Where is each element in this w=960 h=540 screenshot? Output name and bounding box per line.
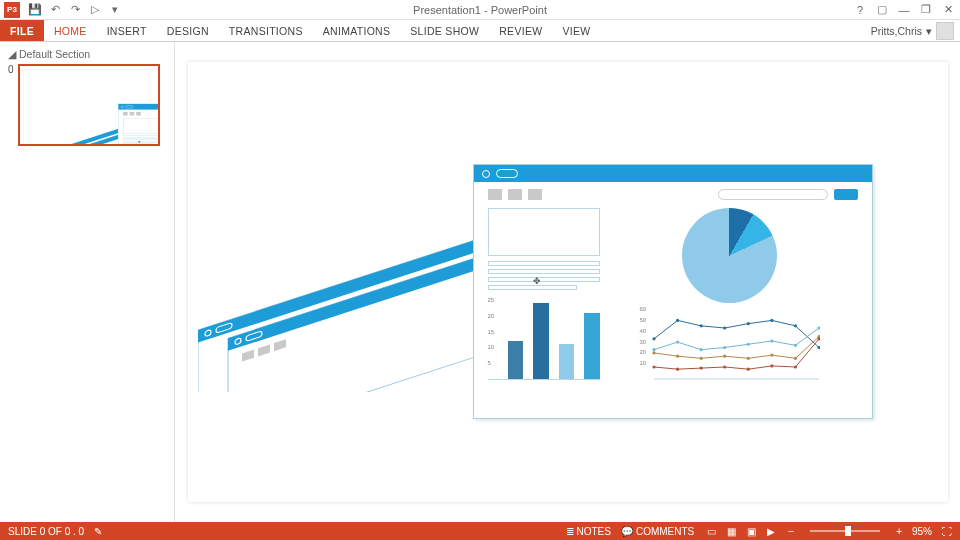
window-dot-icon — [121, 105, 124, 108]
comments-button[interactable]: 💬 COMMENTS — [621, 526, 694, 537]
zoom-in-button[interactable]: + — [896, 526, 902, 537]
avatar — [936, 22, 954, 40]
window-controls: ? ▢ — ❐ ✕ — [854, 4, 960, 16]
title-bar: P3 💾 ↶ ↷ ▷ ▾ Presentation1 - PowerPoint … — [0, 0, 960, 20]
slide-counter: SLIDE 0 OF 0 . 0 — [8, 526, 84, 537]
section-caret-icon: ◢ — [8, 48, 16, 60]
window-dot-icon — [482, 170, 490, 178]
section-label: Default Section — [19, 48, 90, 60]
redo-icon[interactable]: ↷ — [68, 3, 82, 17]
tab-view[interactable]: VIEW — [552, 20, 600, 41]
widget-box — [123, 118, 160, 134]
dash-body: 252015105 102030405060 — [474, 206, 872, 390]
tab-animations[interactable]: ANIMATIONS — [313, 20, 401, 41]
dash-left-column: 252015105 — [123, 118, 160, 146]
pie-chart — [682, 208, 777, 303]
dash-right-column: 102030405060 — [640, 208, 820, 380]
close-icon[interactable]: ✕ — [942, 4, 954, 16]
minimize-icon[interactable]: — — [898, 4, 910, 16]
user-caret-icon: ▾ — [926, 25, 932, 37]
window-pill-icon — [125, 105, 132, 108]
tool-button — [136, 112, 141, 116]
search-field — [718, 189, 828, 200]
tool-button — [129, 112, 134, 116]
tab-file[interactable]: FILE — [0, 20, 44, 41]
slide-thumbnail[interactable]: 252015105 102030405060 ✥ — [18, 64, 160, 146]
dash-left-column: 252015105 — [488, 208, 600, 380]
text-line — [488, 269, 600, 274]
slide-thumbnails-panel: ◢ Default Section 0 — [0, 42, 175, 522]
normal-view-icon[interactable]: ▭ — [704, 525, 718, 537]
zoom-percent[interactable]: 95% — [912, 526, 932, 537]
tab-insert[interactable]: INSERT — [97, 20, 157, 41]
slide[interactable]: 252015105 102030405060 ✥ — [188, 62, 948, 502]
tab-design[interactable]: DESIGN — [157, 20, 219, 41]
window-pill-icon — [496, 169, 518, 178]
ribbon-options-icon[interactable]: ▢ — [876, 4, 888, 16]
help-icon[interactable]: ? — [854, 4, 866, 16]
text-line — [123, 138, 160, 140]
bar-chart: 252015105 — [488, 300, 600, 380]
dash-tool-left — [123, 112, 141, 116]
tab-review[interactable]: REVIEW — [489, 20, 552, 41]
dash-tool-left — [488, 189, 542, 200]
slide-number: 0 — [8, 64, 14, 75]
notes-icon: ≣ — [566, 526, 574, 537]
tab-home[interactable]: HOME — [44, 20, 97, 41]
comments-icon: 💬 — [621, 526, 633, 537]
dash-toolbar — [474, 182, 872, 206]
move-cursor-icon: ✥ — [137, 141, 140, 144]
slide-canvas-area: 252015105 102030405060 ✥ — [175, 42, 960, 522]
section-header[interactable]: ◢ Default Section — [8, 46, 166, 64]
dash-toolbar — [118, 110, 160, 118]
zoom-slider[interactable] — [810, 530, 880, 532]
quick-access-toolbar: 💾 ↶ ↷ ▷ ▾ — [28, 3, 122, 17]
app-icon: P3 — [4, 2, 20, 18]
dash-titlebar — [474, 165, 872, 182]
text-line — [488, 277, 600, 282]
qat-more-icon[interactable]: ▾ — [108, 3, 122, 17]
tool-button — [488, 189, 502, 200]
workspace: ◢ Default Section 0 — [0, 42, 960, 522]
tool-button — [123, 112, 128, 116]
slideshow-view-icon[interactable]: ▶ — [764, 525, 778, 537]
dash-tool-right — [718, 189, 858, 200]
slide-thumb-row: 0 — [8, 64, 166, 146]
view-mode-buttons: ▭ ▦ ▣ ▶ — [704, 525, 778, 537]
fit-to-window-icon[interactable]: ⛶ — [942, 526, 952, 537]
text-line — [123, 136, 160, 138]
user-name: Pritts,Chris — [871, 25, 922, 37]
move-cursor-icon: ✥ — [533, 276, 541, 286]
tool-button — [508, 189, 522, 200]
slide[interactable]: 252015105 102030405060 ✥ — [24, 70, 160, 146]
tab-slideshow[interactable]: SLIDE SHOW — [400, 20, 489, 41]
status-bar: SLIDE 0 OF 0 . 0 ✎ ≣ NOTES 💬 COMMENTS ▭ … — [0, 522, 960, 540]
line-chart: 102030405060 — [640, 315, 820, 380]
tab-transitions[interactable]: TRANSITIONS — [219, 20, 313, 41]
tool-button — [528, 189, 542, 200]
ribbon-tabs: FILE HOME INSERT DESIGN TRANSITIONS ANIM… — [0, 20, 960, 42]
notes-button[interactable]: ≣ NOTES — [566, 526, 611, 537]
text-line — [123, 141, 160, 143]
widget-box — [488, 208, 600, 256]
start-slideshow-icon[interactable]: ▷ — [88, 3, 102, 17]
save-icon[interactable]: 💾 — [28, 3, 42, 17]
user-area[interactable]: Pritts,Chris ▾ — [871, 20, 960, 41]
go-button — [834, 189, 858, 200]
sorter-view-icon[interactable]: ▦ — [724, 525, 738, 537]
spellcheck-icon[interactable]: ✎ — [94, 526, 102, 537]
zoom-out-button[interactable]: − — [788, 526, 794, 537]
restore-icon[interactable]: ❐ — [920, 4, 932, 16]
text-line — [488, 261, 600, 266]
undo-icon[interactable]: ↶ — [48, 3, 62, 17]
reading-view-icon[interactable]: ▣ — [744, 525, 758, 537]
window-title: Presentation1 - PowerPoint — [413, 4, 547, 16]
dashboard-window: 252015105 102030405060 — [473, 164, 873, 419]
